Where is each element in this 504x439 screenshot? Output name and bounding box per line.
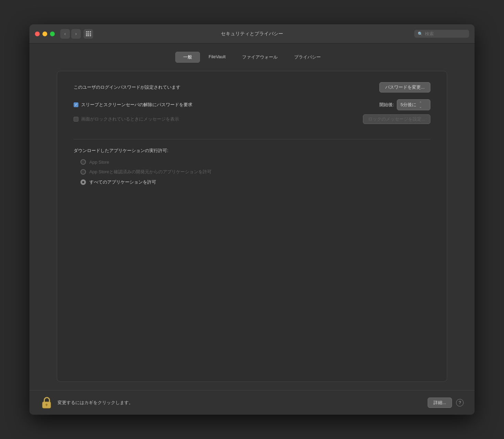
radio-appstore-dev[interactable] <box>80 169 86 175</box>
close-button[interactable] <box>35 32 40 36</box>
tab-filevault[interactable]: FileVault <box>201 52 234 63</box>
sleep-dropdown[interactable]: 5分後に ⌃⌄ <box>397 99 430 110</box>
help-button[interactable]: ? <box>456 399 464 406</box>
tab-bar: 一般 FileVault ファイアウォール プライバシー <box>175 52 329 63</box>
lock-message-button: ロックのメッセージを設定... <box>363 114 430 124</box>
sleep-checkbox[interactable]: ✓ <box>74 102 78 107</box>
search-input[interactable] <box>425 31 466 36</box>
maximize-button[interactable] <box>50 32 55 36</box>
password-row: このユーザのログインパスワードが設定されています パスワードを変更... <box>74 82 430 92</box>
grid-icon <box>86 31 91 36</box>
lock-message-checkbox[interactable] <box>74 117 78 122</box>
sleep-checkbox-row: ✓ スリープとスクリーンセーバの解除にパスワードを要求 開始後: 5分後に ⌃⌄ <box>74 99 430 110</box>
lock-button[interactable] <box>40 397 53 409</box>
lock-text: 変更するにはカギをクリックします。 <box>58 400 428 406</box>
settings-panel: このユーザのログインパスワードが設定されています パスワードを変更... ✓ ス… <box>57 71 447 382</box>
back-button[interactable]: ‹ <box>60 29 70 39</box>
nav-buttons: ‹ › <box>60 29 81 39</box>
tab-privacy[interactable]: プライバシー <box>286 52 329 63</box>
chevron-up-down-icon: ⌃⌄ <box>419 101 422 109</box>
lock-icon <box>41 397 52 409</box>
sleep-start-label: 開始後: <box>379 102 394 108</box>
content-area: 一般 FileVault ファイアウォール プライバシー このユーザのログインパ… <box>29 43 475 390</box>
forward-button[interactable]: › <box>71 29 81 39</box>
lock-message-row: 画面がロックされているときにメッセージを表示 ロックのメッセージを設定... <box>74 114 430 124</box>
search-icon: 🔍 <box>418 32 423 36</box>
titlebar: ‹ › セキュリティとプライバシー 🔍 <box>29 24 475 43</box>
sleep-checkbox-label: スリープとスクリーンセーバの解除にパスワードを要求 <box>81 102 192 108</box>
radio-appstore-dev-row: App Storeと確認済みの開発元からのアプリケーションを許可 <box>80 169 430 175</box>
section-divider <box>74 139 430 139</box>
bottom-bar: 変更するにはカギをクリックします。 詳細... ? <box>29 390 475 415</box>
minimize-button[interactable] <box>42 32 47 36</box>
main-window: ‹ › セキュリティとプライバシー 🔍 一般 FileVault ファイアウォー… <box>29 24 475 415</box>
radio-appstore[interactable] <box>80 159 86 165</box>
checkmark-icon: ✓ <box>75 103 77 106</box>
search-bar[interactable]: 🔍 <box>414 30 469 38</box>
details-button[interactable]: 詳細... <box>428 398 452 408</box>
tab-general[interactable]: 一般 <box>175 52 200 63</box>
window-title: セキュリティとプライバシー <box>221 31 283 37</box>
lock-message-label: 画面がロックされているときにメッセージを表示 <box>81 116 179 122</box>
radio-group: App Store App Storeと確認済みの開発元からのアプリケーションを… <box>74 159 430 185</box>
radio-appstore-label: App Store <box>89 160 109 165</box>
radio-all[interactable] <box>80 179 86 185</box>
radio-all-row: すべてのアプリケーションを許可 <box>80 179 430 185</box>
svg-rect-2 <box>46 404 47 406</box>
password-status-label: このユーザのログインパスワードが設定されています <box>74 84 180 90</box>
radio-appstore-row: App Store <box>80 159 430 165</box>
change-password-button[interactable]: パスワードを変更... <box>379 82 430 92</box>
radio-appstore-dev-label: App Storeと確認済みの開発元からのアプリケーションを許可 <box>89 169 212 175</box>
sleep-selector: 開始後: 5分後に ⌃⌄ <box>379 99 430 110</box>
sleep-dropdown-value: 5分後に <box>401 102 416 108</box>
download-section-label: ダウンロードしたアプリケーションの実行許可: <box>74 148 430 154</box>
traffic-lights <box>35 32 55 36</box>
grid-view-button[interactable] <box>84 29 93 39</box>
radio-all-label: すべてのアプリケーションを許可 <box>89 179 156 185</box>
tab-firewall[interactable]: ファイアウォール <box>234 52 286 63</box>
